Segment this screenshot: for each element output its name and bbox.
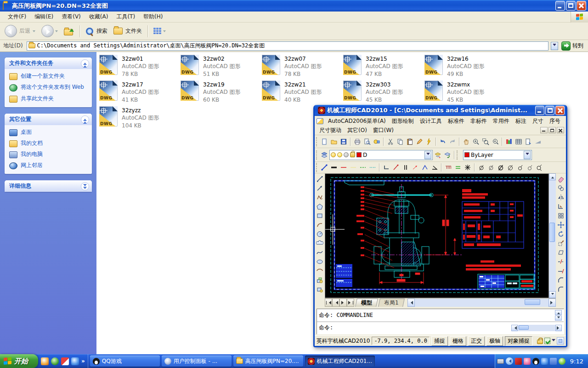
render-icon[interactable]	[504, 137, 514, 146]
save-icon[interactable]	[339, 137, 348, 146]
snap-toggle[interactable]: 捕捉	[431, 336, 448, 346]
polyline-icon[interactable]	[315, 193, 324, 201]
forward-dropdown-icon[interactable]	[55, 30, 58, 34]
cad-close-button[interactable]	[555, 106, 565, 115]
mdi-minimize-button[interactable]	[540, 127, 548, 133]
views-button[interactable]	[152, 27, 168, 36]
publish-icon[interactable]	[533, 137, 543, 146]
cad-minimize-button[interactable]	[535, 106, 544, 115]
expand-chevron-icon[interactable]	[81, 182, 89, 190]
vertical-scroll-thumb[interactable]	[549, 223, 555, 242]
match-icon[interactable]	[424, 137, 434, 146]
minimize-button[interactable]	[555, 1, 565, 11]
maximize-button[interactable]	[566, 1, 576, 11]
color-combo-dropdown[interactable]	[524, 151, 531, 159]
mdi-restore-button[interactable]	[548, 127, 556, 133]
cad-restore-button[interactable]	[545, 106, 554, 115]
point-star-icon[interactable]	[463, 163, 472, 172]
photo-tray-icon[interactable]	[524, 358, 531, 365]
link-desktop[interactable]: 桌面	[9, 129, 88, 136]
diameter-icon[interactable]	[496, 163, 505, 172]
cad-menu-nonstandard[interactable]: 非标件	[468, 116, 490, 126]
red-arrow-icon[interactable]	[411, 163, 420, 172]
mdi-close-button[interactable]	[557, 127, 564, 133]
file-item[interactable]: DWG 32zw15AutoCAD 图形47 KB	[343, 55, 422, 79]
menu-help[interactable]: 帮助(H)	[139, 12, 167, 22]
layer-combo[interactable]: D	[329, 150, 433, 160]
sheet-icon[interactable]	[524, 137, 533, 146]
file-item[interactable]: DWG 32zw19AutoCAD 图形60 KB	[181, 80, 260, 104]
redo-icon[interactable]	[448, 137, 457, 146]
link-share-folder[interactable]: 共享此文件夹	[9, 95, 88, 103]
layer-states-icon[interactable]	[433, 150, 442, 160]
lock-icon[interactable]	[537, 339, 543, 344]
pen-icon[interactable]	[415, 137, 424, 146]
double-line-icon[interactable]	[453, 163, 463, 172]
file-item[interactable]: DWG 32zwmxAutoCAD 图形45 KB	[424, 80, 503, 104]
line-dotted-cyan-icon[interactable]	[368, 163, 377, 172]
layers-icon[interactable]	[320, 150, 329, 160]
diameter-icon[interactable]	[515, 163, 525, 172]
views-dropdown-icon[interactable]	[163, 30, 166, 34]
hatch-comb-icon[interactable]	[444, 163, 453, 172]
tab-model[interactable]: 模型	[355, 299, 378, 307]
status-dropdown-icon[interactable]	[552, 339, 555, 343]
menu-tools[interactable]: 工具(T)	[112, 12, 139, 22]
find-icon[interactable]	[372, 137, 381, 146]
file-item[interactable]: DWG 32zw21AutoCAD 图形40 KB	[262, 80, 341, 104]
stretch-icon[interactable]	[556, 248, 565, 257]
line-yellow-icon[interactable]	[349, 163, 358, 172]
fillet-icon[interactable]	[556, 285, 565, 293]
file-item[interactable]: DWG 32zw17AutoCAD 图形41 KB	[99, 80, 178, 104]
zoom-window-icon[interactable]	[481, 137, 490, 146]
back-button[interactable]: 后退	[3, 24, 37, 38]
tab-layout1[interactable]: 布局1	[378, 299, 404, 307]
task-qq-games[interactable]: QQ游戏	[90, 356, 160, 367]
line-dashed-green-icon[interactable]	[358, 163, 368, 172]
keyboard-tray-icon[interactable]	[497, 359, 504, 364]
layer-previous-icon[interactable]	[443, 150, 452, 160]
cad-menu-other[interactable]: 其它(O)	[345, 126, 370, 135]
ortho-toggle[interactable]: 正交	[468, 336, 485, 346]
file-item[interactable]: DWG 32zyzzAutoCAD 图形104 KB	[99, 106, 178, 130]
osnap-toggle[interactable]: 对象捕捉	[505, 336, 532, 346]
line-red-icon[interactable]	[339, 163, 348, 172]
scroll-right-icon[interactable]	[548, 299, 556, 307]
tray-collapse-chevron-icon[interactable]	[506, 357, 513, 365]
zoom-realtime-icon[interactable]	[471, 137, 481, 146]
make-block-icon[interactable]	[315, 285, 324, 293]
insert-block-icon[interactable]	[315, 276, 324, 284]
command-scroll-down[interactable]	[555, 316, 562, 321]
polar-toggle[interactable]: 极轴	[486, 336, 503, 346]
address-dropdown[interactable]	[551, 42, 558, 50]
clean-screen-icon[interactable]	[544, 338, 550, 344]
command-scroll-up[interactable]	[555, 310, 562, 315]
quick-launch-icon[interactable]	[71, 357, 79, 365]
quick-launch-icon[interactable]	[51, 357, 59, 365]
cad-menu-design-tools[interactable]: 设计工具	[417, 116, 445, 126]
scroll-right-icon[interactable]	[555, 325, 562, 331]
link-publish-web[interactable]: 将这个文件夹发布到 Web	[9, 84, 88, 92]
tab-prev-button[interactable]	[332, 299, 339, 307]
tab-next-button[interactable]	[339, 299, 347, 307]
file-item[interactable]: DWG 32zw02AutoCAD 图形51 KB	[181, 55, 260, 79]
diameter-icon[interactable]	[486, 163, 496, 172]
extend-icon[interactable]	[556, 266, 565, 275]
mirror-icon[interactable]	[556, 193, 565, 201]
erase-icon[interactable]	[556, 174, 565, 183]
panel-file-tasks-header[interactable]: 文件和文件夹任务	[5, 58, 92, 69]
zoom-previous-icon[interactable]	[491, 137, 500, 146]
trim-icon[interactable]	[556, 257, 565, 266]
up-button[interactable]	[62, 26, 76, 36]
chamfer-icon[interactable]	[556, 276, 565, 284]
paste-icon[interactable]	[405, 137, 414, 146]
cad-menu-window[interactable]: 窗口(W)	[370, 126, 396, 135]
open-icon[interactable]	[329, 137, 339, 146]
go-button[interactable]: 转到	[560, 41, 586, 51]
copy-object-icon[interactable]	[556, 184, 565, 192]
cad-menu-draw[interactable]: 图形绘制	[389, 116, 417, 126]
command-input[interactable]: 命令:	[317, 322, 564, 334]
menu-view[interactable]: 查看(V)	[57, 12, 85, 22]
cad-menu-common-parts[interactable]: 常用件	[490, 116, 512, 126]
scroll-left-icon[interactable]	[511, 325, 518, 331]
